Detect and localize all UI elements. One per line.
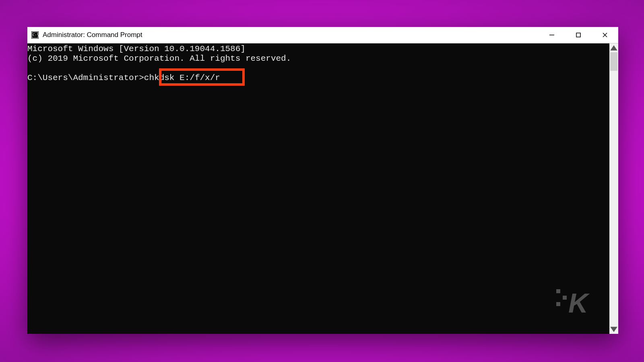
svg-rect-10	[556, 302, 560, 306]
typed-command: chkdsk E:/f/x/r	[144, 73, 220, 82]
maximize-button[interactable]	[565, 27, 592, 43]
svg-text:K: K	[568, 288, 590, 317]
scroll-up-arrow-icon[interactable]	[609, 43, 618, 52]
console-line: (c) 2019 Microsoft Corporation. All righ…	[27, 54, 291, 63]
prompt-path: C:\Users\Administrator>	[27, 73, 144, 82]
window-title: Administrator: Command Prompt	[43, 31, 142, 39]
watermark-logo: K	[512, 276, 597, 330]
console-line: Microsoft Windows [Version 10.0.19044.15…	[27, 44, 246, 53]
console-prompt-line: C:\Users\Administrator>chkdsk E:/f/x/r	[27, 73, 220, 82]
vertical-scrollbar[interactable]	[609, 43, 618, 334]
cmd-app-icon: C:\	[31, 31, 39, 39]
svg-marker-13	[610, 327, 617, 332]
command-prompt-window: C:\ Administrator: Command Prompt Micros…	[27, 27, 618, 334]
scroll-down-arrow-icon[interactable]	[609, 325, 618, 334]
svg-rect-5	[576, 33, 580, 37]
scrollbar-top-region	[609, 43, 618, 71]
scroll-thumb[interactable]	[610, 52, 617, 71]
svg-rect-9	[563, 296, 567, 300]
svg-rect-8	[556, 289, 560, 293]
window-controls	[539, 27, 618, 43]
close-button[interactable]	[592, 27, 618, 43]
svg-marker-12	[610, 45, 617, 50]
titlebar[interactable]: C:\ Administrator: Command Prompt	[27, 27, 618, 43]
console-output[interactable]: Microsoft Windows [Version 10.0.19044.15…	[27, 43, 609, 334]
console-client-area: Microsoft Windows [Version 10.0.19044.15…	[27, 43, 618, 334]
minimize-button[interactable]	[539, 27, 565, 43]
svg-text:C:\: C:\	[33, 33, 39, 37]
